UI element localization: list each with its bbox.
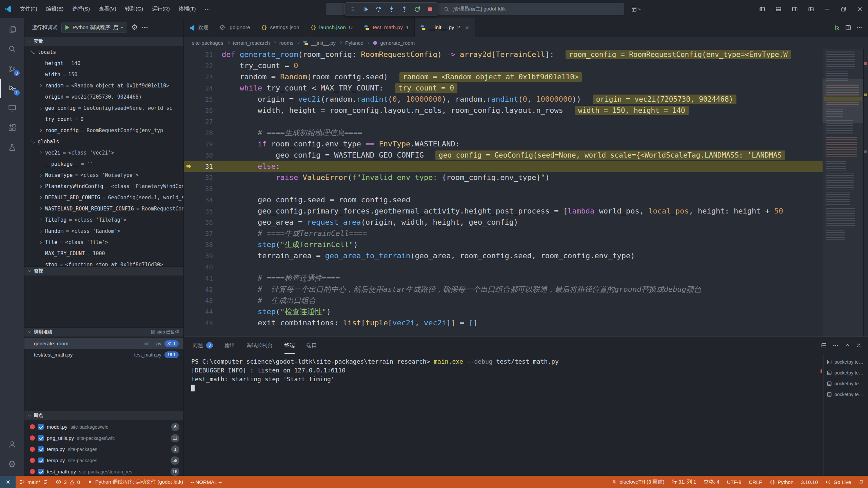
notifications[interactable] — [855, 476, 868, 488]
variable-row[interactable]: PlanetaryWindConfig = <class 'PlanetaryW… — [24, 181, 183, 192]
menu-item-5[interactable]: 运行(R) — [147, 3, 174, 15]
terminal-instance[interactable]: pocketpy te… — [824, 378, 868, 389]
variable-scope-globals[interactable]: globals — [24, 136, 183, 147]
indentation[interactable]: 空格: 4 — [700, 476, 723, 488]
sidebar-more-icon[interactable] — [142, 27, 148, 28]
variable-row[interactable]: Tile = <class 'Tile'> — [24, 237, 183, 248]
variable-row[interactable]: origin = vec2i(7205730, 9024468) — [24, 91, 183, 102]
breakpoint-checkbox[interactable] — [38, 446, 44, 452]
variable-row[interactable]: room_config = RoomRequestConfig(env_typ — [24, 125, 183, 136]
variable-row[interactable]: geo_config = GeoConfig(seed=None, world_… — [24, 102, 183, 114]
variable-row[interactable]: DEFAULT_GEO_CONFIG = GeoConfig(seed=1, w… — [24, 192, 183, 203]
breakpoint-checkbox[interactable] — [38, 458, 44, 463]
menu-item-3[interactable]: 查看(V) — [94, 3, 121, 15]
variables-section-header[interactable]: 变量 — [24, 37, 183, 46]
variable-row[interactable]: Random = <class 'Random'> — [24, 225, 183, 237]
terminal-instance[interactable]: pocketpy te… — [824, 389, 868, 400]
panel-layout-icon[interactable] — [821, 342, 827, 348]
variable-scope-locals[interactable]: locals — [24, 46, 183, 58]
debug-status[interactable]: Python 调试程序: 启动文件 (godot-ldtk) — [84, 476, 187, 488]
variable-row[interactable]: random = <Random object at 0x1bf9d01e110… — [24, 80, 183, 91]
git-branch[interactable]: main* — [16, 476, 52, 488]
step-out-icon[interactable] — [398, 4, 410, 15]
breakpoint-checkbox[interactable] — [38, 435, 44, 441]
problems[interactable]: 30 — [52, 476, 84, 488]
menu-item-2[interactable]: 选择(S) — [68, 3, 94, 15]
debug-settings-gear-icon[interactable]: ⚙ — [131, 24, 138, 31]
breakpoint-row[interactable]: png_utils.pysite-packages\wfc11 — [24, 432, 183, 444]
run-python-file-icon[interactable] — [834, 24, 840, 31]
menu-item-0[interactable]: 文件(F) — [16, 3, 42, 15]
menu-item-6[interactable]: 终端(T) — [174, 3, 200, 15]
minimap[interactable] — [823, 49, 863, 337]
terminal-instance[interactable]: pocketpy te… — [824, 367, 868, 378]
panel-tab-输出[interactable]: 输出 — [224, 337, 235, 354]
breadcrumb-item[interactable]: terrain_research — [233, 40, 270, 46]
cursor-position[interactable]: 行 31, 列 1 — [668, 476, 700, 488]
close-panel-icon[interactable] — [856, 342, 862, 348]
tab-launch.json[interactable]: {}launch.jsonU — [305, 18, 358, 37]
variable-row[interactable]: WASTELAND_ROOM_REQUEST_CONFIG = RoomRequ… — [24, 203, 183, 214]
close-icon[interactable] — [465, 25, 470, 30]
eol[interactable]: CRLF — [745, 476, 766, 488]
debug-config-picker[interactable]: Python 调试程序: 启 — [61, 22, 127, 33]
breakpoint-row[interactable]: model.pysite-packages\wfc6 — [24, 421, 183, 432]
variable-row[interactable]: stop = <function stop at 0x1bf8d716d30> — [24, 259, 183, 266]
stop-icon[interactable] — [424, 4, 436, 15]
vim-mode[interactable]: -- NORMAL -- — [187, 476, 225, 488]
toggle-sidebar-icon[interactable] — [754, 0, 770, 18]
breakpoints-section-header[interactable]: 断点 — [24, 411, 183, 420]
settings-icon[interactable]: ⚙ — [0, 454, 24, 474]
breadcrumb-item[interactable]: generate_room — [373, 40, 415, 46]
minimize-icon[interactable] — [819, 0, 835, 18]
start-debug-icon[interactable] — [65, 25, 70, 30]
variable-row[interactable]: TileTag = <class 'TileTag'> — [24, 214, 183, 225]
extensions-icon[interactable] — [0, 118, 24, 138]
code-editor[interactable]: 21def generate_room(room_config: RoomReq… — [184, 49, 868, 337]
drag-handle-icon[interactable] — [347, 4, 359, 15]
menu-item-4[interactable]: 转到(G) — [121, 3, 147, 15]
variable-row[interactable]: height = 140 — [24, 58, 183, 69]
line-blame[interactable]: blueloveTH (3 周前) — [608, 476, 668, 488]
remote-indicator[interactable] — [0, 476, 16, 488]
testing-icon[interactable] — [0, 138, 24, 157]
panel-tab-调试控制台[interactable]: 调试控制台 — [246, 337, 273, 354]
more-actions-icon[interactable] — [856, 24, 863, 31]
tab-[interactable]: 欢迎 — [184, 18, 214, 37]
run-and-debug-icon[interactable]: 1 — [0, 79, 24, 98]
remote-explorer-icon[interactable] — [0, 98, 24, 118]
search-icon[interactable] — [0, 39, 24, 59]
breakpoint-checkbox[interactable] — [38, 424, 44, 430]
more-actions-icon[interactable] — [832, 342, 839, 349]
callstack-frame[interactable]: generate_room__init__.py31:1 — [24, 338, 183, 349]
tab-settings.json[interactable]: {}settings.json — [256, 18, 305, 37]
source-control-icon[interactable]: 3 — [0, 59, 24, 79]
breadcrumb-item[interactable]: site-packages — [192, 40, 223, 46]
tab-__init__.py[interactable]: __init__.py2 — [415, 18, 476, 37]
variable-row[interactable]: __package__ = '' — [24, 158, 183, 169]
minimap-slider[interactable] — [823, 79, 863, 123]
callstack-frame[interactable]: test/test_math.pytest_math.py16:1 — [24, 349, 183, 360]
callstack-section-header[interactable]: 调用堆栈 因 step 已暂停 — [24, 327, 183, 337]
variable-row[interactable]: NoiseType = <class 'NoiseType'> — [24, 169, 183, 181]
breadcrumb-item[interactable]: Pylance — [345, 40, 363, 46]
split-editor-icon[interactable] — [845, 24, 851, 31]
terminal-scrollbar[interactable] — [820, 354, 823, 476]
breakpoint-row[interactable]: temp.pysite-packages58 — [24, 455, 183, 466]
variable-row[interactable]: vec2i = <class 'vec2i'> — [24, 147, 183, 158]
menu-item-1[interactable]: 编辑(E) — [42, 3, 68, 15]
remote-window-menu-icon[interactable] — [629, 4, 643, 14]
variable-row[interactable]: width = 150 — [24, 69, 183, 80]
panel-tab-问题[interactable]: 问题3 — [193, 337, 213, 354]
restore-icon[interactable] — [835, 0, 852, 18]
language-mode[interactable]: {}Python — [766, 476, 797, 488]
tab-test_math.py[interactable]: test_math.py1 — [358, 18, 414, 37]
breakpoint-row[interactable]: test_math.pysite-packages\terrain_res16 — [24, 466, 183, 476]
watch-section-header[interactable]: 监视 — [24, 266, 183, 276]
close-icon[interactable] — [852, 0, 868, 18]
variable-row[interactable]: try_count = 0 — [24, 114, 183, 125]
explorer-icon[interactable] — [0, 20, 24, 39]
step-into-icon[interactable] — [386, 4, 397, 15]
breadcrumb-item[interactable]: rooms — [279, 40, 294, 46]
toggle-panel-icon[interactable] — [770, 0, 787, 18]
